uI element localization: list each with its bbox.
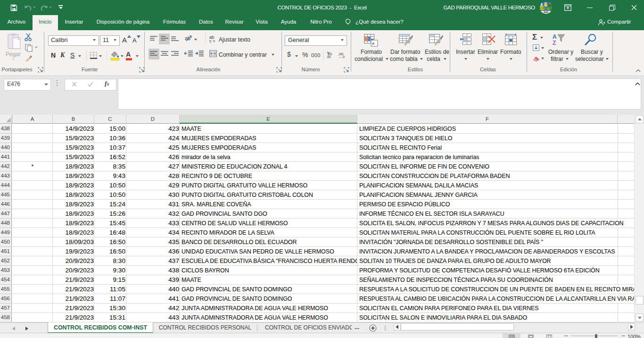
svg-text:,00: ,00 <box>326 55 331 58</box>
svg-text:A: A <box>553 34 557 40</box>
svg-text:≠: ≠ <box>372 41 375 46</box>
svg-text:→,0: →,0 <box>339 55 345 58</box>
svg-text:ab: ab <box>185 35 190 41</box>
svg-text:Z: Z <box>553 40 556 46</box>
svg-text:c: c <box>209 39 212 42</box>
